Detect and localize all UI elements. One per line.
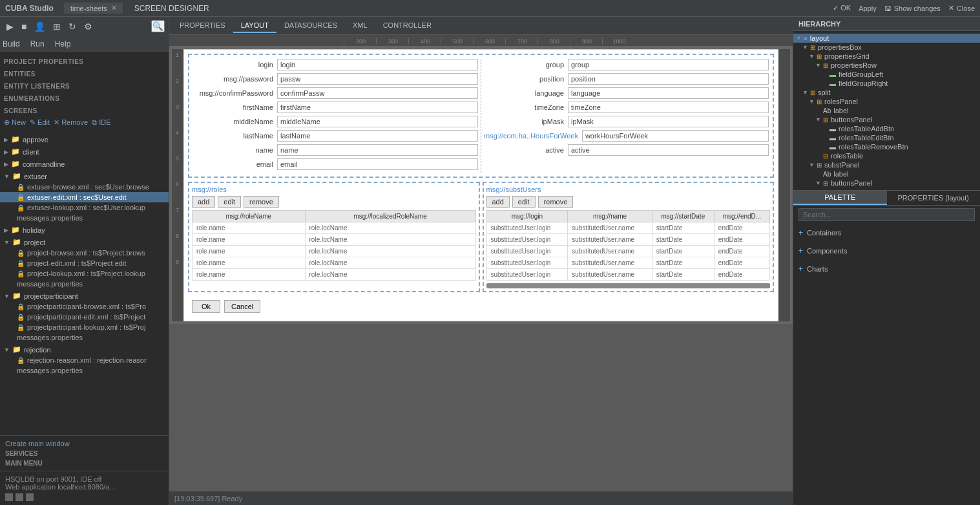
hierarchy-item-fieldgroupright[interactable]: ▬ fieldGroupRight [793, 79, 980, 88]
hierarchy-item-rolestableaddbtn[interactable]: ▬ rolesTableAddBtn [793, 124, 980, 133]
field-input-active[interactable] [568, 144, 769, 156]
list-item[interactable]: messages.properties [0, 213, 169, 223]
table-row[interactable]: role.namerole.locName [193, 234, 476, 246]
table-row[interactable]: substitutedUser.loginsubstitutedUser.nam… [486, 269, 770, 281]
table-row[interactable]: role.namerole.locName [193, 246, 476, 257]
edit-action[interactable]: ✎ Edit [30, 118, 50, 127]
ide-action[interactable]: ⧉ IDE [92, 118, 110, 127]
list-item[interactable]: 🔒 extuser-browse.xml : sec$User.browse [0, 182, 169, 192]
settings-button[interactable]: ⚙ [81, 20, 95, 33]
tree-group-header-client[interactable]: ▶ 📁 client [0, 146, 169, 157]
list-item[interactable]: 🔒 projectparticipant-edit.xml : ts$Proje… [0, 312, 169, 322]
list-item[interactable]: 🔒 extuser-edit.xml : sec$User.edit [0, 192, 169, 202]
palette-search-input[interactable] [798, 208, 975, 221]
field-input-timezone[interactable] [568, 102, 769, 113]
table-row[interactable]: role.namerole.locName [193, 269, 476, 281]
hierarchy-item-layout[interactable]: ▼ ≡ layout [793, 34, 980, 43]
roles-remove-button[interactable]: remove [244, 196, 279, 208]
hierarchy-item-buttonspanel-roles[interactable]: ▼ ⊞ buttonsPanel [793, 115, 980, 124]
field-input-position[interactable] [568, 73, 769, 85]
roles-edit-button[interactable]: edit [218, 196, 241, 208]
run-menu[interactable]: Run [30, 39, 45, 48]
table-row[interactable]: substitutedUser.loginsubstitutedUser.nam… [486, 234, 770, 246]
field-input-password[interactable] [277, 73, 478, 85]
new-action[interactable]: ⊕ New [4, 118, 26, 127]
tree-group-header-extuser[interactable]: ▼ 📁 extuser [0, 171, 169, 182]
file-tab[interactable]: time-sheets ✕ [64, 3, 124, 14]
scrollbar[interactable] [486, 283, 771, 288]
ok-button[interactable]: ✓ OK [833, 4, 851, 12]
build-menu[interactable]: Build [3, 39, 20, 48]
table-row[interactable]: substitutedUser.loginsubstitutedUser.nam… [486, 222, 770, 234]
hierarchy-item-rolestableeditbtn[interactable]: ▬ rolesTableEditBtn [793, 133, 980, 142]
stop-button[interactable]: ■ [19, 20, 29, 33]
form-ok-button[interactable]: Ok [192, 300, 220, 313]
field-input-group[interactable] [568, 59, 769, 70]
help-menu[interactable]: Help [55, 39, 71, 48]
subst-edit-button[interactable]: edit [512, 196, 536, 208]
table-row[interactable]: substitutedUser.loginsubstitutedUser.nam… [486, 257, 770, 269]
hierarchy-item-propertiesgrid[interactable]: ▼ ⊞ propertiesGrid [793, 52, 980, 61]
list-item[interactable]: 🔒 project-edit.xml : ts$Project.edit [0, 258, 169, 268]
hierarchy-item-rolestableremovebtn[interactable]: ▬ rolesTableRemoveBtn [793, 142, 980, 151]
search-button[interactable]: 🔍 [151, 20, 165, 32]
charts-section-header[interactable]: + Charts [798, 263, 975, 275]
tab-properties-layout[interactable]: PROPERTIES (layout) [887, 191, 981, 204]
subst-remove-button[interactable]: remove [538, 196, 574, 208]
hierarchy-item-fieldgroupleft[interactable]: ▬ fieldGroupLeft [793, 70, 980, 79]
field-input-language[interactable] [568, 87, 769, 99]
field-input-ipmask[interactable] [568, 116, 769, 127]
tree-group-header-rejection[interactable]: ▼ 📁 rejection [0, 344, 169, 355]
roles-add-button[interactable]: add [192, 196, 215, 208]
tree-group-header-approve[interactable]: ▶ 📁 approve [0, 134, 169, 145]
hierarchy-item-propertiesbox[interactable]: ▼ ⊞ propertiesBox [793, 43, 980, 52]
field-input-name[interactable] [277, 144, 478, 156]
list-item[interactable]: 🔒 project-browse.xml : ts$Project.brows [0, 248, 169, 258]
list-item[interactable]: 🔒 project-lookup.xml : ts$Project.lookup [0, 268, 169, 279]
tab-datasources[interactable]: DATASOURCES [276, 19, 345, 33]
hierarchy-button[interactable]: ⊞ [50, 20, 63, 33]
containers-section-header[interactable]: + Containers [798, 226, 975, 239]
tab-controller[interactable]: CONTROLLER [375, 19, 439, 33]
field-input-lastname[interactable] [277, 130, 478, 142]
field-input-firstname[interactable] [277, 102, 478, 113]
list-item[interactable]: 🔒 extuser-lookup.xml : sec$User.lookup [0, 202, 169, 213]
remove-action[interactable]: ✕ Remove [54, 118, 88, 127]
list-item[interactable]: 🔒 projectparticipant-browse.xml : ts$Pro [0, 301, 169, 312]
subst-add-button[interactable]: add [486, 196, 510, 208]
field-input-middlename[interactable] [277, 116, 478, 127]
list-item[interactable]: messages.properties [0, 365, 169, 376]
tree-group-header-projectparticipant[interactable]: ▼ 📁 projectparticipant [0, 290, 169, 301]
components-section-header[interactable]: + Components [798, 244, 975, 257]
list-item[interactable]: messages.properties [0, 332, 169, 343]
table-row[interactable]: role.namerole.locName [193, 222, 476, 234]
form-cancel-button[interactable]: Cancel [224, 300, 260, 313]
hierarchy-item-label-subst[interactable]: Ab label [793, 169, 980, 178]
hierarchy-item-substpanel[interactable]: ▼ ⊞ substPanel [793, 160, 980, 169]
list-item[interactable]: messages.properties [0, 279, 169, 289]
hierarchy-item-label-roles[interactable]: Ab label [793, 106, 980, 115]
tab-palette[interactable]: PALETTE [793, 191, 887, 205]
tree-group-header-project[interactable]: ▼ 📁 project [0, 237, 169, 248]
refresh-button[interactable]: ↻ [66, 20, 79, 33]
hierarchy-item-propertiesrow[interactable]: ▼ ⊞ propertiesRow [793, 61, 980, 70]
tab-close-icon[interactable]: ✕ [111, 4, 117, 12]
table-row[interactable]: role.namerole.locName [193, 257, 476, 269]
show-changes-button[interactable]: 🖫 Show changes [884, 5, 941, 12]
list-item[interactable]: 🔒 projectparticipant-lookup.xml : ts$Pro… [0, 322, 169, 332]
apply-button[interactable]: Apply [859, 5, 877, 12]
close-button[interactable]: ✕ Close [948, 4, 975, 12]
create-main-window[interactable]: Create main window [5, 440, 163, 447]
hierarchy-item-split[interactable]: ▼ ⊞ split [793, 88, 980, 97]
build-button[interactable]: 👤 [32, 20, 48, 33]
tab-xml[interactable]: XML [345, 19, 375, 33]
tab-layout[interactable]: LAYOUT [233, 19, 276, 33]
field-input-login[interactable] [277, 59, 478, 70]
hierarchy-item-rolestable[interactable]: ⊟ rolesTable [793, 151, 980, 160]
field-input-hoursforweek[interactable] [582, 130, 769, 142]
list-item[interactable]: 🔒 rejection-reason.xml : rejection-reaso… [0, 355, 169, 365]
tab-properties[interactable]: PROPERTIES [172, 19, 233, 33]
hierarchy-item-rolespanel[interactable]: ▼ ⊞ rolesPanel [793, 97, 980, 106]
tree-group-header-commandline[interactable]: ▶ 📁 commandline [0, 158, 169, 169]
hierarchy-item-buttonspanel-subst[interactable]: ▼ ⊞ buttonsPanel [793, 178, 980, 188]
